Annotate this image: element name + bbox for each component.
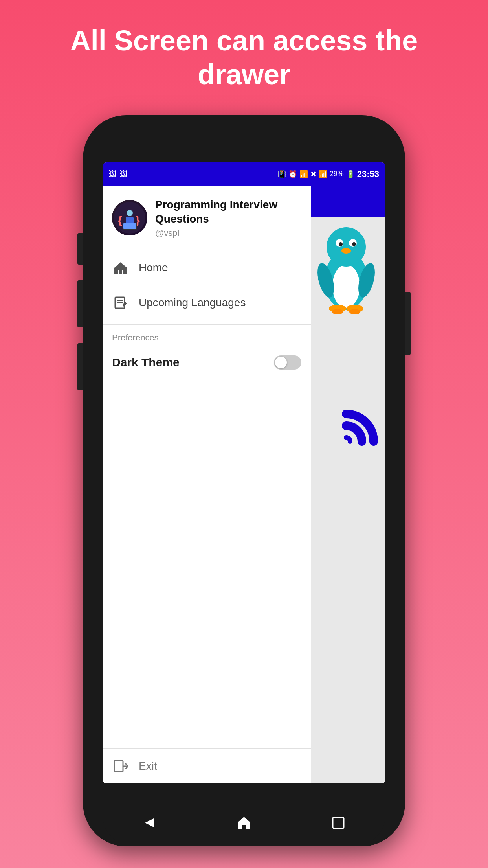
svg-point-27: [349, 309, 360, 314]
home-button[interactable]: [232, 811, 256, 835]
svg-marker-29: [238, 817, 250, 829]
phone-wrapper: 🖼 🖼 📳 ⏰ 📶 ✖ 📶 29% 🔋 23:53: [83, 115, 405, 846]
side-button-volume-down2: [77, 343, 83, 390]
teal-area: [311, 210, 385, 327]
vibrate-icon: 📳: [277, 170, 286, 178]
svg-rect-6: [123, 223, 136, 229]
svg-rect-12: [114, 761, 123, 772]
dark-theme-toggle[interactable]: [274, 355, 301, 370]
svg-text:{: {: [118, 214, 122, 226]
back-button[interactable]: [138, 811, 161, 835]
dark-theme-label: Dark Theme: [112, 356, 180, 369]
side-button-volume-down1: [77, 280, 83, 327]
home-label: Home: [139, 261, 168, 274]
svg-rect-30: [333, 817, 344, 828]
status-bar: 🖼 🖼 📳 ⏰ 📶 ✖ 📶 29% 🔋 23:53: [103, 162, 385, 186]
svg-point-19: [339, 242, 343, 246]
drawer-footer: Exit: [103, 748, 311, 783]
drawer-handle: @vspl: [155, 228, 301, 238]
side-button-volume-up: [77, 233, 83, 265]
upcoming-label: Upcoming Languages: [139, 296, 246, 309]
main-content: [311, 186, 385, 783]
signal-no-icon: ✖: [310, 170, 316, 178]
home-icon: [112, 259, 129, 276]
drawer-title: Programming Interview Questions @vspl: [155, 198, 301, 238]
svg-point-21: [341, 248, 351, 254]
toggle-knob: [275, 357, 287, 368]
nav-item-upcoming[interactable]: Upcoming Languages: [103, 285, 311, 320]
blue-logo-area: [311, 406, 385, 485]
svg-rect-4: [126, 217, 134, 223]
headline-text: All Screen can access the drawer: [0, 0, 488, 107]
edit-icon: [112, 294, 129, 311]
clock: 23:53: [357, 169, 379, 179]
drawer-nav: Home Up: [103, 246, 311, 324]
exit-icon: [112, 758, 129, 775]
svg-point-20: [352, 242, 356, 246]
preferences-section: Preferences Dark Theme: [103, 325, 311, 379]
signal-icon: 📶: [319, 170, 327, 178]
dark-theme-item[interactable]: Dark Theme: [103, 346, 311, 379]
exit-label: Exit: [139, 760, 157, 772]
screenshot-icon: 🖼: [120, 169, 128, 178]
bottom-nav: [103, 799, 385, 846]
avatar-inner: { }: [112, 200, 147, 235]
drawer-app-name: Programming Interview Questions: [155, 198, 301, 226]
svg-point-3: [127, 210, 133, 216]
exit-item[interactable]: Exit: [103, 748, 311, 783]
nav-item-home[interactable]: Home: [103, 250, 311, 285]
battery-percent: 29%: [330, 170, 344, 178]
recent-apps-button[interactable]: [327, 811, 350, 835]
content-area: { } Programming Inte: [103, 186, 385, 783]
phone-screen: 🖼 🖼 📳 ⏰ 📶 ✖ 📶 29% 🔋 23:53: [103, 162, 385, 783]
svg-point-26: [332, 309, 343, 314]
preferences-header: Preferences: [103, 325, 311, 346]
drawer-header: { } Programming Inte: [103, 186, 311, 246]
alarm-icon: ⏰: [288, 170, 297, 178]
side-button-power: [405, 292, 411, 355]
svg-point-15: [332, 265, 360, 308]
status-left-icons: 🖼 🖼: [109, 169, 128, 178]
svg-rect-7: [119, 270, 122, 274]
svg-point-16: [327, 227, 366, 267]
notification-icon: 🖼: [109, 169, 117, 178]
battery-icon: 🔋: [346, 170, 355, 178]
avatar: { }: [112, 200, 147, 235]
wifi-icon: 📶: [299, 170, 308, 178]
navigation-drawer[interactable]: { } Programming Inte: [103, 186, 311, 783]
status-right-icons: 📳 ⏰ 📶 ✖ 📶 29% 🔋 23:53: [277, 169, 379, 179]
svg-marker-28: [145, 818, 154, 828]
